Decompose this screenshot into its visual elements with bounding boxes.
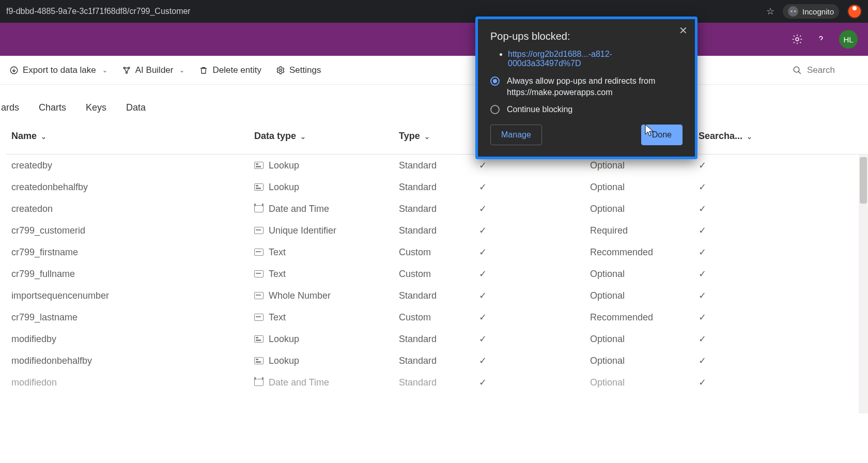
command-bar: Export to data lake ⌄ AI Builder ⌄ Delet… — [0, 56, 868, 85]
table-row[interactable]: modifiedbyLookupStandard✓Optional✓ — [6, 328, 868, 350]
tab-data[interactable]: Data — [126, 102, 146, 113]
table-row[interactable]: createdonDate and TimeStandard✓Optional✓ — [6, 198, 868, 220]
cell-searchable: ✓ — [693, 350, 868, 372]
datatype-icon — [254, 270, 264, 277]
cell-datatype: Lookup — [249, 350, 394, 372]
tab-charts[interactable]: Charts — [39, 102, 66, 113]
svg-point-6 — [794, 67, 799, 72]
chevron-down-icon: ⌄ — [102, 67, 107, 74]
tab-dashboards[interactable]: ards — [1, 102, 19, 113]
cell-customizable: ✓ — [474, 328, 585, 350]
radio-block-icon[interactable] — [490, 105, 500, 114]
cell-type: Standard — [394, 155, 474, 177]
cell-name: createdby — [6, 155, 249, 177]
vertical-scrollbar[interactable] — [859, 155, 868, 413]
check-icon: ✓ — [699, 377, 706, 388]
cell-type: Standard — [394, 198, 474, 220]
cell-customizable: ✓ — [474, 198, 585, 220]
cell-type: Standard — [394, 285, 474, 306]
check-icon: ✓ — [479, 312, 487, 322]
cell-required: Optional — [585, 328, 693, 350]
check-icon: ✓ — [479, 182, 487, 192]
datatype-icon — [254, 292, 264, 299]
radio-allow-icon[interactable] — [490, 76, 500, 86]
radio-block[interactable]: Continue blocking — [490, 104, 683, 115]
help-icon[interactable] — [815, 34, 827, 45]
table-row[interactable]: importsequencenumberWhole NumberStandard… — [6, 285, 868, 306]
cell-required: Optional — [585, 176, 693, 198]
cell-customizable: ✓ — [474, 176, 585, 198]
col-name[interactable]: Name⌄ — [6, 122, 249, 155]
datatype-icon — [254, 249, 264, 256]
check-icon: ✓ — [479, 290, 487, 301]
cell-name: importsequencenumber — [6, 285, 249, 306]
scrollbar-thumb[interactable] — [860, 157, 867, 204]
cell-type: Standard — [394, 372, 474, 393]
table-row[interactable]: createdbyLookupStandard✓Optional✓ — [6, 155, 868, 177]
radio-allow[interactable]: Always allow pop-ups and redirects from … — [490, 75, 683, 99]
cell-type: Custom — [394, 263, 474, 285]
radio-allow-label: Always allow pop-ups and redirects from … — [507, 75, 683, 99]
cell-name: cr799_customerid — [6, 220, 249, 241]
export-data-lake-button[interactable]: Export to data lake ⌄ — [9, 65, 107, 75]
col-type[interactable]: Type⌄ — [394, 122, 474, 155]
check-icon: ✓ — [699, 334, 706, 344]
cell-datatype: Lookup — [249, 328, 394, 350]
cell-datatype: Text — [249, 241, 394, 263]
cell-name: modifiedby — [6, 328, 249, 350]
cell-searchable: ✓ — [693, 155, 868, 177]
cell-searchable: ✓ — [693, 328, 868, 350]
check-icon: ✓ — [699, 204, 706, 214]
col-datatype[interactable]: Data type⌄ — [249, 122, 394, 155]
svg-point-4 — [126, 72, 127, 73]
delete-entity-button[interactable]: Delete entity — [199, 65, 261, 75]
cell-searchable: ✓ — [693, 241, 868, 263]
export-label: Export to data lake — [23, 65, 96, 75]
cell-customizable: ✓ — [474, 350, 585, 372]
table-row[interactable]: cr799_lastnameTextCustom✓Recommended✓ — [6, 306, 868, 328]
datatype-icon — [254, 314, 264, 321]
done-button[interactable]: Done — [641, 125, 683, 145]
close-icon[interactable]: ✕ — [679, 24, 688, 37]
table-row[interactable]: modifiedonDate and TimeStandard✓Optional… — [6, 372, 868, 393]
cell-searchable: ✓ — [693, 198, 868, 220]
cell-required: Optional — [585, 285, 693, 306]
table-row[interactable]: cr799_firstnameTextCustom✓Recommended✓ — [6, 241, 868, 263]
check-icon: ✓ — [699, 182, 706, 192]
cell-type: Standard — [394, 220, 474, 241]
popup-title: Pop-ups blocked: — [490, 30, 683, 42]
check-icon: ✓ — [479, 377, 487, 388]
table-row[interactable]: modifiedonbehalfbyLookupStandard✓Optiona… — [6, 350, 868, 372]
table-header-row: Name⌄ Data type⌄ Type⌄ Customizable⌄ Req… — [6, 122, 868, 155]
check-icon: ✓ — [699, 312, 706, 322]
incognito-chip[interactable]: 👓 Incognito — [783, 4, 839, 19]
cell-datatype: Lookup — [249, 176, 394, 198]
svg-point-5 — [280, 69, 282, 71]
cell-searchable: ✓ — [693, 220, 868, 241]
cell-name: createdon — [6, 198, 249, 220]
cell-customizable: ✓ — [474, 285, 585, 306]
tabs-bar: ards Charts Keys Data — [0, 85, 868, 122]
search-input[interactable] — [807, 65, 859, 75]
table-row[interactable]: createdonbehalfbyLookupStandard✓Optional… — [6, 176, 868, 198]
profile-icon[interactable] — [847, 4, 862, 19]
tab-keys[interactable]: Keys — [86, 102, 106, 113]
table-row[interactable]: cr799_customeridUnique IdentifierStandar… — [6, 220, 868, 241]
manage-button[interactable]: Manage — [490, 125, 542, 145]
user-avatar[interactable]: HL — [839, 30, 858, 49]
cell-name: cr799_lastname — [6, 306, 249, 328]
check-icon: ✓ — [699, 247, 706, 257]
search-area[interactable] — [793, 65, 859, 75]
settings-button[interactable]: Settings — [276, 65, 321, 75]
cell-customizable: ✓ — [474, 241, 585, 263]
check-icon: ✓ — [699, 356, 706, 366]
blocked-popup-link[interactable]: https://org2b2d1688...-a812-000d3a33497d… — [508, 50, 612, 68]
cell-searchable: ✓ — [693, 176, 868, 198]
col-searchable[interactable]: Searcha...⌄ — [693, 122, 868, 155]
ai-builder-button[interactable]: AI Builder ⌄ — [122, 65, 185, 75]
table-row[interactable]: cr799_fullnameTextCustom✓Optional✓ — [6, 263, 868, 285]
datatype-icon — [254, 183, 264, 191]
cell-name: modifiedon — [6, 372, 249, 393]
bookmark-star-icon[interactable]: ☆ — [766, 6, 774, 17]
settings-gear-icon[interactable] — [792, 34, 803, 45]
